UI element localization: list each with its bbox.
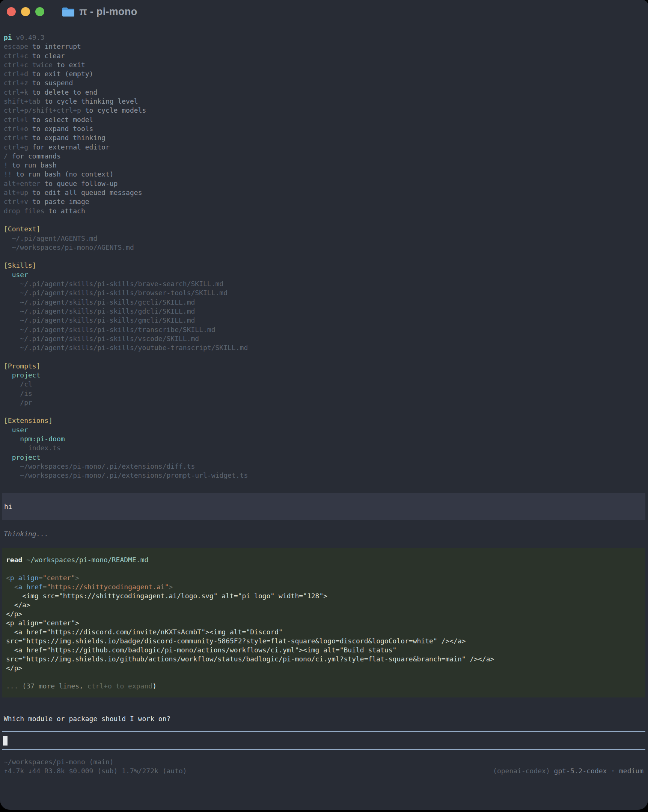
code-line: <a href="https://discord.com/invite/nKXT…: [4, 627, 645, 636]
skills-scope: user: [0, 270, 648, 279]
skill-file: ~/.pi/agent/skills/pi-skills/gccli/SKILL…: [0, 298, 648, 307]
help-shortcut: ctrl+d to exit (empty): [0, 69, 648, 78]
section-header-context: [Context]: [0, 224, 648, 234]
context-file: ~/.pi/agent/AGENTS.md: [0, 234, 648, 243]
startup-sections: [Context] ~/.pi/agent/AGENTS.md ~/worksp…: [0, 215, 648, 480]
thinking-indicator: Thinking...: [0, 530, 648, 539]
code-line: </a>: [4, 601, 645, 609]
extension-entry: index.ts: [0, 444, 648, 453]
tool-call-header: read ~/workspaces/pi-mono/README.md: [4, 556, 645, 565]
prompts-scope: project: [0, 371, 648, 380]
user-message: hi: [2, 493, 645, 520]
terminal-content: pi v0.49.3escape to interruptctrl+c to c…: [0, 23, 648, 775]
status-line-stats: ↑4.7k ↓44 R3.8k $0.009 (sub) 1.7%/272k (…: [0, 766, 648, 775]
folder-icon: [62, 6, 75, 17]
app-version: pi v0.49.3: [0, 33, 648, 42]
code-line: </p>: [4, 664, 645, 673]
prompt-input[interactable]: [2, 732, 645, 749]
help-shortcut: / for commands: [0, 152, 648, 161]
model-info: (openai-codex)gpt-5.2-codex · medium: [493, 766, 643, 775]
help-shortcut: escape to interrupt: [0, 42, 648, 51]
blank-line: [0, 252, 648, 261]
help-shortcut: !! to run bash (no context): [0, 170, 648, 179]
skill-file: ~/.pi/agent/skills/pi-skills/vscode/SKIL…: [0, 334, 648, 343]
text-cursor: [3, 736, 8, 745]
code-line: <p align="center">: [4, 574, 645, 583]
help-shortcut: alt+up to edit all queued messages: [0, 188, 648, 197]
extensions-scope: user: [0, 426, 648, 435]
help-shortcut: ctrl+z to suspend: [0, 78, 648, 87]
help-shortcut: shift+tab to cycle thinking level: [0, 97, 648, 106]
code-line: <img src="https://shittycodingagent.ai/l…: [4, 592, 645, 601]
input-separator-bottom: [2, 749, 645, 750]
code-line: src="https://img.shields.io/github/actio…: [4, 655, 645, 664]
prompt-command: /is: [0, 389, 648, 398]
user-message-text: hi: [4, 502, 12, 510]
zoom-window-button[interactable]: [35, 7, 44, 16]
blank-line: [4, 565, 645, 574]
truncation-notice: ... (37 more lines, ctrl+o to expand): [4, 682, 645, 691]
help-shortcut: alt+enter to queue follow-up: [0, 179, 648, 188]
help-shortcut: ctrl+l to select model: [0, 115, 648, 124]
window-title: π - pi-mono: [79, 6, 137, 18]
blank-line: [0, 352, 648, 361]
titlebar: π - pi-mono: [0, 0, 648, 23]
extensions-scope: project: [0, 453, 648, 462]
help-shortcut: ctrl+o to expand tools: [0, 124, 648, 133]
token-stats: ↑4.7k ↓44 R3.8k $0.009 (sub) 1.7%/272k (…: [4, 766, 187, 775]
help-shortcut: ctrl+c twice to exit: [0, 61, 648, 69]
section-header-prompts: [Prompts]: [0, 362, 648, 371]
skill-file: ~/.pi/agent/skills/pi-skills/gdcli/SKILL…: [0, 307, 648, 316]
code-line: <a href="https://shittycodingagent.ai">: [4, 583, 645, 592]
extension-entry: ~/workspaces/pi-mono/.pi/extensions/prom…: [0, 471, 648, 480]
prompt-command: /cl: [0, 380, 648, 389]
status-bar: ~/workspaces/pi-mono (main) ↑4.7k ↓44 R3…: [0, 757, 648, 776]
help-shortcut: ctrl+c to clear: [0, 52, 648, 61]
provider-label: (openai-codex): [493, 767, 550, 775]
blank-line: [0, 407, 648, 416]
help-shortcut: ctrl+g for external editor: [0, 143, 648, 152]
help-shortcut: ctrl+v to paste image: [0, 197, 648, 206]
context-file: ~/workspaces/pi-mono/AGENTS.md: [0, 243, 648, 252]
extension-entry: ~/workspaces/pi-mono/.pi/extensions/diff…: [0, 462, 648, 471]
status-line-cwd: ~/workspaces/pi-mono (main): [0, 757, 648, 766]
skill-file: ~/.pi/agent/skills/pi-skills/browser-too…: [0, 288, 648, 298]
help-shortcut: drop files to attach: [0, 206, 648, 215]
model-label: gpt-5.2-codex · medium: [554, 767, 643, 775]
skill-file: ~/.pi/agent/skills/pi-skills/brave-searc…: [0, 279, 648, 288]
startup-help: pi v0.49.3escape to interruptctrl+c to c…: [0, 33, 648, 215]
skill-file: ~/.pi/agent/skills/pi-skills/gmcli/SKILL…: [0, 316, 648, 325]
code-line: <p align="center">: [4, 618, 645, 627]
assistant-question: Which module or package should I work on…: [0, 714, 648, 723]
blank-line: [4, 673, 645, 682]
help-shortcut: ctrl+t to expand thinking: [0, 133, 648, 142]
help-shortcut: ctrl+k to delete to end: [0, 88, 648, 97]
cwd-text: ~/workspaces/pi-mono (main): [4, 757, 114, 766]
code-line: <a href="https://github.com/badlogic/pi-…: [4, 646, 645, 655]
read-tool-block: read ~/workspaces/pi-mono/README.md <p a…: [2, 548, 645, 698]
extension-entry: npm:pi-doom: [0, 435, 648, 444]
code-line: src="https://img.shields.io/badge/discor…: [4, 636, 645, 646]
blank-line: [0, 215, 648, 224]
code-line: </p>: [4, 609, 645, 618]
help-shortcut: ! to run bash: [0, 161, 648, 170]
terminal-window: π - pi-mono pi v0.49.3escape to interrup…: [0, 0, 648, 810]
section-header-extensions: [Extensions]: [0, 416, 648, 425]
section-header-skills: [Skills]: [0, 261, 648, 270]
close-window-button[interactable]: [7, 7, 16, 16]
skill-file: ~/.pi/agent/skills/pi-skills/youtube-tra…: [0, 343, 648, 352]
minimize-window-button[interactable]: [21, 7, 30, 16]
help-shortcut: ctrl+p/shift+ctrl+p to cycle models: [0, 106, 648, 115]
prompt-command: /pr: [0, 398, 648, 407]
skill-file: ~/.pi/agent/skills/pi-skills/transcribe/…: [0, 325, 648, 334]
